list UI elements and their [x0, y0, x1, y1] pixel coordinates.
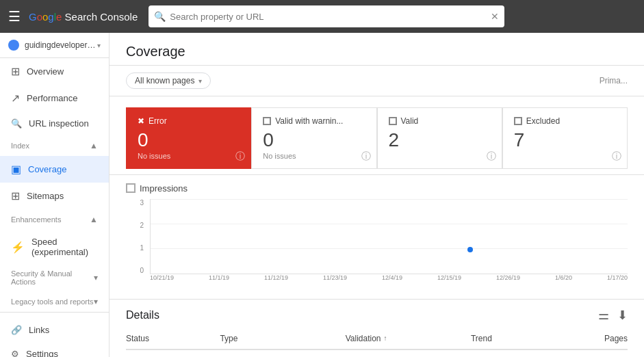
sort-arrow-icon: ↑	[384, 334, 387, 342]
content-area: Coverage All known pages ▾ Prima... ✖ Er…	[110, 33, 644, 357]
chart-y-label-3: 3	[140, 199, 144, 207]
chart-plot	[150, 199, 628, 274]
excluded-count: 7	[514, 129, 616, 152]
valid-warning-checkbox-icon	[263, 117, 271, 125]
index-section-header[interactable]: Index ▲	[0, 135, 109, 156]
table-footer: Rows per page: 10 ▾ 0-0 of 0 ‹ ›	[126, 350, 628, 357]
menu-icon[interactable]: ☰	[5, 5, 23, 27]
error-count: 0	[138, 129, 240, 152]
valid-warning-label: Valid with warnin...	[275, 116, 343, 126]
details-actions: ⚌ ⬇	[598, 308, 628, 323]
security-chevron-icon: ▾	[94, 273, 98, 282]
details-header: Details ⚌ ⬇	[126, 308, 628, 323]
status-card-valid[interactable]: Valid 2 ⓘ	[377, 107, 502, 169]
sidebar-item-url-inspection[interactable]: 🔍 URL inspection	[0, 111, 109, 135]
status-card-valid-warning[interactable]: Valid with warnin... 0 No issues ⓘ	[251, 107, 376, 169]
sitemaps-icon: ⊞	[11, 189, 20, 202]
col-status-header: Status	[126, 334, 220, 343]
enhancements-chevron-icon: ▲	[90, 215, 98, 224]
site-icon	[8, 40, 19, 51]
sidebar-item-links[interactable]: 🔗 Links	[0, 318, 109, 342]
valid-checkbox-icon	[389, 117, 397, 125]
details-title: Details	[126, 309, 159, 321]
sidebar-item-speed[interactable]: ⚡ Speed (experimental)	[0, 230, 109, 264]
chart-x-label-0: 10/21/19	[150, 274, 174, 288]
main-layout: guidingdevelopers.com ▾ ⊞ Overview ↗ Per…	[0, 33, 644, 357]
filter-action-icon[interactable]: ⚌	[598, 308, 609, 323]
sidebar-item-overview[interactable]: ⊞ Overview	[0, 58, 109, 85]
sidebar: guidingdevelopers.com ▾ ⊞ Overview ↗ Per…	[0, 33, 110, 357]
status-card-excluded[interactable]: Excluded 7 ⓘ	[502, 107, 628, 169]
chart-container: 3 2 1 0 10/21/19 11/1/19 11/12/	[126, 199, 628, 288]
security-section-label: Security & Manual Actions	[11, 269, 94, 286]
sidebar-item-performance[interactable]: ↗ Performance	[0, 85, 109, 111]
sidebar-item-label: Settings	[26, 349, 58, 357]
index-chevron-icon: ▲	[90, 141, 98, 150]
validation-label: Validation	[346, 334, 381, 343]
topbar: ☰ Google Search Console 🔍 ✕	[0, 0, 644, 33]
sidebar-item-label: Overview	[27, 66, 64, 77]
gridline-mid2	[151, 248, 628, 249]
chart-data-point	[467, 247, 473, 252]
chart-legend: Impressions	[126, 183, 628, 194]
error-icon: ✖	[138, 116, 144, 126]
sidebar-item-label: URL inspection	[29, 118, 89, 129]
col-type-header: Type	[220, 334, 345, 343]
excluded-label: Excluded	[526, 116, 560, 126]
valid-warning-info-icon[interactable]: ⓘ	[361, 150, 371, 163]
chart-x-label-8: 1/17/20	[607, 274, 628, 288]
site-chevron-icon: ▾	[97, 42, 101, 49]
sidebar-item-label: Coverage	[28, 164, 66, 174]
chart-x-label-4: 12/4/19	[382, 274, 402, 288]
legacy-chevron-icon: ▾	[94, 297, 98, 306]
speed-icon: ⚡	[11, 241, 25, 254]
sidebar-item-sitemaps[interactable]: ⊞ Sitemaps	[0, 183, 109, 209]
chart-x-labels: 10/21/19 11/1/19 11/12/19 11/23/19 12/4/…	[150, 274, 628, 288]
chart-x-label-1: 11/1/19	[209, 274, 229, 288]
search-input[interactable]	[170, 12, 491, 22]
chart-x-label-6: 12/26/19	[496, 274, 520, 288]
legacy-section-label: Legacy tools and reports	[11, 298, 93, 306]
chart-legend-label: Impressions	[140, 183, 188, 194]
filter-chip-pages[interactable]: All known pages ▾	[126, 72, 211, 89]
col-pages-header: Pages	[565, 334, 628, 343]
clear-icon[interactable]: ✕	[491, 11, 499, 22]
valid-info-icon[interactable]: ⓘ	[487, 150, 496, 163]
valid-warning-sub: No issues	[263, 152, 365, 160]
chart-legend-checkbox[interactable]	[126, 183, 136, 193]
details-section: Details ⚌ ⬇ Status Type Validation ↑ Tre…	[110, 300, 644, 357]
security-section-header[interactable]: Security & Manual Actions ▾	[0, 264, 109, 291]
links-icon: 🔗	[11, 325, 22, 335]
status-cards: ✖ Error 0 No issues ⓘ Valid with warnin.…	[110, 96, 644, 175]
enhancements-section-label: Enhancements	[11, 215, 61, 224]
page-title: Coverage	[126, 44, 185, 60]
site-selector[interactable]: guidingdevelopers.com ▾	[0, 33, 109, 58]
chart-x-label-3: 11/23/19	[323, 274, 347, 288]
chart-x-label-2: 11/12/19	[264, 274, 288, 288]
error-info-icon[interactable]: ⓘ	[235, 150, 245, 163]
site-name: guidingdevelopers.com	[25, 40, 97, 50]
table-header: Status Type Validation ↑ Trend Pages	[126, 328, 628, 350]
filter-chip-label: All known pages	[135, 76, 194, 85]
chart-x-label-7: 1/6/20	[555, 274, 572, 288]
sidebar-item-label: Speed (experimental)	[31, 237, 98, 257]
excluded-checkbox-icon	[514, 117, 522, 125]
gridline-top	[151, 199, 628, 200]
excluded-info-icon[interactable]: ⓘ	[612, 150, 621, 163]
gridline-mid1	[151, 224, 628, 224]
sidebar-item-label: Sitemaps	[27, 191, 64, 201]
legacy-section-header[interactable]: Legacy tools and reports ▾	[0, 291, 109, 312]
enhancements-section-header[interactable]: Enhancements ▲	[0, 209, 109, 230]
status-card-error[interactable]: ✖ Error 0 No issues ⓘ	[126, 107, 251, 169]
col-validation-header[interactable]: Validation ↑	[346, 334, 471, 343]
chart-y-label-0: 0	[140, 267, 144, 274]
download-action-icon[interactable]: ⬇	[617, 308, 628, 323]
sidebar-item-settings[interactable]: ⚙ Settings	[0, 342, 109, 357]
coverage-icon: ▣	[11, 163, 21, 176]
sidebar-item-coverage[interactable]: ▣ Coverage	[0, 156, 109, 183]
chart-area: Impressions 3 2 1 0	[110, 175, 644, 300]
error-label: Error	[149, 116, 167, 126]
valid-label: Valid	[401, 116, 419, 126]
index-section-label: Index	[11, 142, 29, 150]
url-inspection-icon: 🔍	[11, 118, 22, 129]
